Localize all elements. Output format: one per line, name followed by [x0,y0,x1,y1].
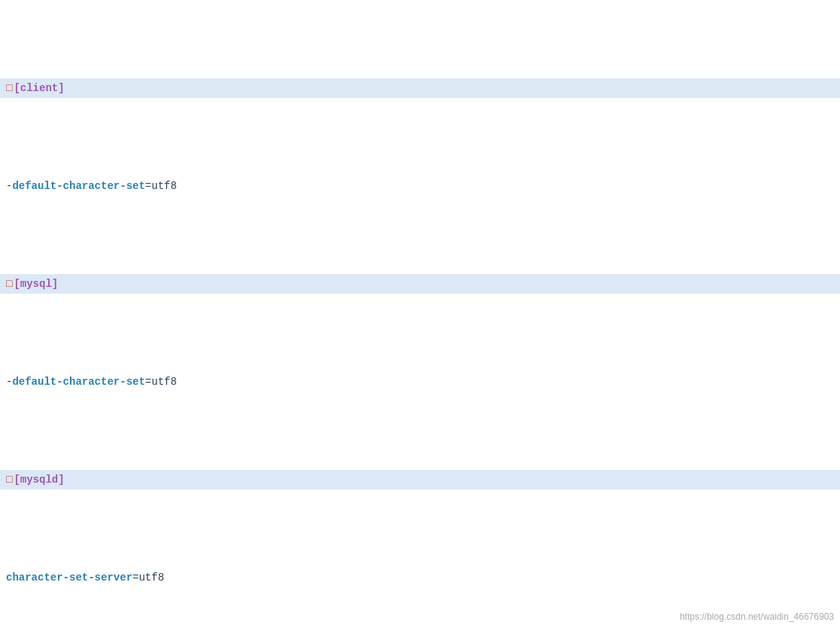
line-mysqld-section: □[mysqld] [0,470,840,489]
charset-server-key: character-set-server [6,568,132,587]
config-text-dash: - [6,372,12,392]
section-collapse-mysql-icon[interactable]: □ [6,274,12,294]
section-label-mysql: [mysql] [14,274,58,294]
watermark: https://blog.csdn.net/waidin_46676903 [680,611,834,622]
charset-server-eq: = [132,568,138,587]
section-label-mysqld: [mysqld] [14,470,64,489]
config-text: - [6,176,12,196]
line-client-section: □[client] [0,78,840,98]
line-charset-server: character-set-server=utf8 [0,568,840,587]
config-equals: = [145,176,151,196]
line-client-charset: -default-character-set=utf8 [0,176,840,196]
config-value: utf8 [151,176,177,196]
mysql-charset-val: utf8 [151,372,177,392]
code-content: □[client] -default-character-set=utf8 □[… [0,0,840,628]
mysql-charset-eq: = [145,372,151,392]
section-collapse-icon[interactable]: □ [6,78,12,98]
section-collapse-mysqld-icon[interactable]: □ [6,470,12,489]
config-key: default-character-set [12,176,145,196]
code-editor: □[client] -default-character-set=utf8 □[… [0,0,840,628]
section-label-client: [client] [14,78,64,98]
mysql-charset-key: default-character-set [12,372,145,392]
line-mysql-charset: -default-character-set=utf8 [0,372,840,392]
line-mysql-section: □[mysql] [0,274,840,294]
charset-server-val: utf8 [138,568,164,587]
